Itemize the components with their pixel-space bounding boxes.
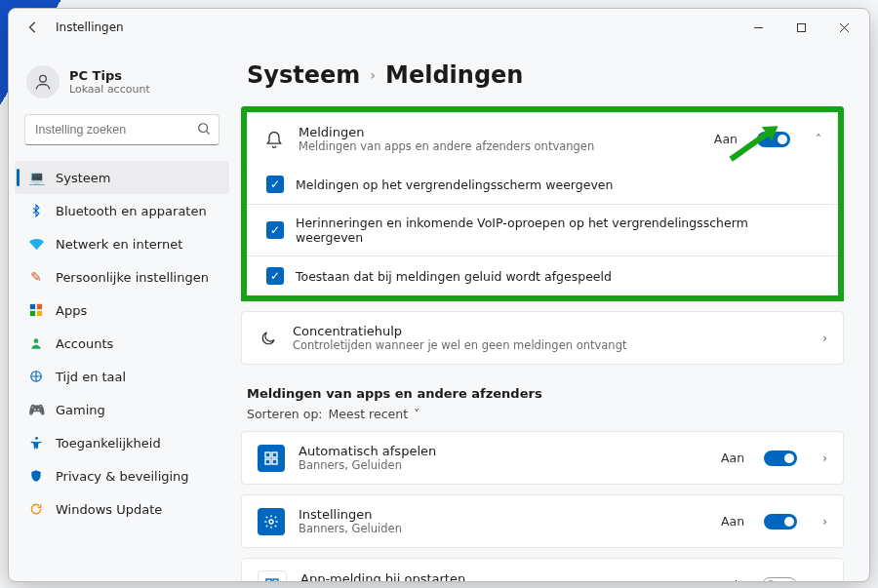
sidebar-item-label: Accounts [56, 336, 113, 351]
sidebar: PC Tips Lokaal account 💻 Systeem Bluetoo… [9, 46, 235, 581]
svg-point-1 [40, 75, 47, 82]
svg-rect-5 [30, 311, 35, 316]
chevron-right-icon: › [822, 332, 827, 345]
main-content: Systeem › Meldingen Meldingen Meldingen … [235, 46, 869, 581]
focus-subtitle: Controletijden wanneer je wel en geen me… [293, 338, 809, 352]
notifications-toggle[interactable] [757, 132, 790, 147]
svg-rect-16 [273, 579, 278, 581]
svg-point-7 [34, 338, 39, 343]
check-label: Herinneringen en inkomende VoIP-oproepen… [296, 216, 818, 245]
search-box[interactable] [24, 114, 220, 145]
user-block[interactable]: PC Tips Lokaal account [15, 56, 229, 104]
user-name: PC Tips [69, 68, 150, 83]
svg-rect-6 [37, 311, 42, 316]
breadcrumb-current: Meldingen [385, 61, 523, 89]
app-row-autoplay[interactable]: Automatisch afspelen Banners, Geluiden A… [241, 431, 844, 485]
person-icon [28, 335, 44, 351]
notifications-toggle-row[interactable]: Meldingen Meldingen van apps en andere a… [247, 112, 838, 166]
checkbox-icon: ✓ [266, 221, 284, 239]
app-state: Aan [721, 514, 744, 529]
sort-dropdown[interactable]: Sorteren op: Meest recent ˅ [247, 407, 844, 421]
svg-rect-11 [272, 452, 277, 457]
close-button[interactable] [822, 9, 865, 46]
window-title: Instellingen [56, 20, 124, 34]
startup-icon [258, 570, 287, 581]
sidebar-item-label: Apps [56, 303, 87, 318]
app-state: Aan [721, 451, 744, 465]
svg-rect-10 [265, 452, 270, 457]
notifications-subtitle: Meldingen van apps en andere afzenders o… [299, 139, 700, 153]
sidebar-item-label: Toegankelijkheid [56, 436, 161, 451]
svg-rect-15 [266, 579, 271, 581]
avatar [26, 65, 60, 98]
sidebar-item-label: Bluetooth en apparaten [56, 204, 207, 218]
svg-rect-0 [797, 23, 805, 31]
shield-icon [28, 468, 44, 484]
app-row-startup[interactable]: App-melding bij opstarten Uit Uit › [241, 558, 844, 581]
sidebar-item-apps[interactable]: Apps [15, 294, 229, 327]
sidebar-item-accounts[interactable]: Accounts [15, 327, 229, 360]
svg-rect-4 [37, 304, 42, 309]
app-title: Instellingen [299, 507, 707, 522]
sidebar-item-windows-update[interactable]: Windows Update [15, 492, 229, 526]
notifications-title: Meldingen [299, 125, 700, 139]
back-button[interactable] [24, 19, 42, 36]
check-lockscreen-notifications[interactable]: ✓ Meldingen op het vergrendelingsscherm … [247, 165, 838, 204]
svg-point-14 [269, 520, 273, 524]
app-toggle[interactable] [764, 451, 797, 466]
search-icon [197, 122, 211, 138]
brush-icon: ✎ [28, 269, 44, 285]
checkbox-icon: ✓ [266, 267, 284, 285]
sort-value: Meest recent [329, 407, 409, 421]
bluetooth-icon [28, 203, 44, 218]
breadcrumb-parent[interactable]: Systeem [247, 61, 360, 89]
sidebar-item-time-language[interactable]: Tijd en taal [15, 360, 229, 393]
svg-rect-13 [272, 459, 277, 464]
check-label: Toestaan dat bij meldingen geluid wordt … [296, 269, 612, 284]
focus-title: Concentratiehulp [293, 324, 809, 338]
titlebar: Instellingen [9, 9, 869, 46]
app-toggle[interactable] [762, 577, 797, 581]
wifi-icon [28, 236, 44, 252]
chevron-right-icon: › [822, 515, 827, 529]
sidebar-item-label: Systeem [56, 171, 110, 185]
sidebar-item-network[interactable]: Netwerk en internet [15, 227, 229, 260]
sidebar-item-gaming[interactable]: 🎮 Gaming [15, 393, 229, 426]
apps-section-heading: Meldingen van apps en andere afzenders [247, 386, 844, 401]
bell-icon [263, 129, 285, 150]
system-icon: 💻 [28, 170, 44, 185]
sidebar-item-system[interactable]: 💻 Systeem [15, 161, 229, 194]
sidebar-item-privacy[interactable]: Privacy & beveiliging [15, 459, 229, 492]
chevron-right-icon: › [370, 67, 376, 83]
settings-icon [258, 508, 285, 535]
sidebar-item-label: Windows Update [56, 502, 162, 517]
sidebar-item-personalization[interactable]: ✎ Persoonlijke instellingen [15, 260, 229, 294]
apps-icon [28, 302, 44, 318]
app-subtitle: Banners, Geluiden [299, 522, 707, 535]
chevron-up-icon[interactable]: ˄ [816, 133, 821, 146]
maximize-button[interactable] [779, 9, 822, 46]
sidebar-item-label: Tijd en taal [56, 370, 126, 384]
app-toggle[interactable] [764, 514, 797, 529]
notifications-state: Aan [714, 132, 738, 146]
check-reminders-voip[interactable]: ✓ Herinneringen en inkomende VoIP-oproep… [247, 204, 838, 255]
sidebar-item-bluetooth[interactable]: Bluetooth en apparaten [15, 194, 229, 227]
sidebar-item-label: Gaming [56, 403, 105, 417]
check-sound[interactable]: ✓ Toestaan dat bij meldingen geluid word… [247, 255, 838, 295]
focus-assist-card[interactable]: Concentratiehulp Controletijden wanneer … [241, 311, 844, 365]
breadcrumb: Systeem › Meldingen [247, 61, 844, 89]
settings-window: Instellingen PC Tips Lokaal account [8, 8, 870, 582]
minimize-button[interactable] [737, 9, 779, 46]
sort-label: Sorteren op: [247, 407, 323, 421]
accessibility-icon [28, 435, 44, 451]
chevron-down-icon: ˅ [414, 407, 419, 421]
notification-options-group: ✓ Meldingen op het vergrendelingsscherm … [241, 165, 844, 301]
app-row-settings[interactable]: Instellingen Banners, Geluiden Aan › [241, 494, 844, 548]
user-subtitle: Lokaal account [69, 83, 150, 96]
search-input[interactable] [33, 122, 197, 137]
sidebar-item-label: Privacy & beveiliging [56, 469, 189, 484]
sidebar-item-accessibility[interactable]: Toegankelijkheid [15, 426, 229, 459]
autoplay-icon [258, 445, 285, 472]
sidebar-item-label: Persoonlijke instellingen [56, 270, 209, 285]
app-subtitle: Banners, Geluiden [299, 458, 707, 472]
